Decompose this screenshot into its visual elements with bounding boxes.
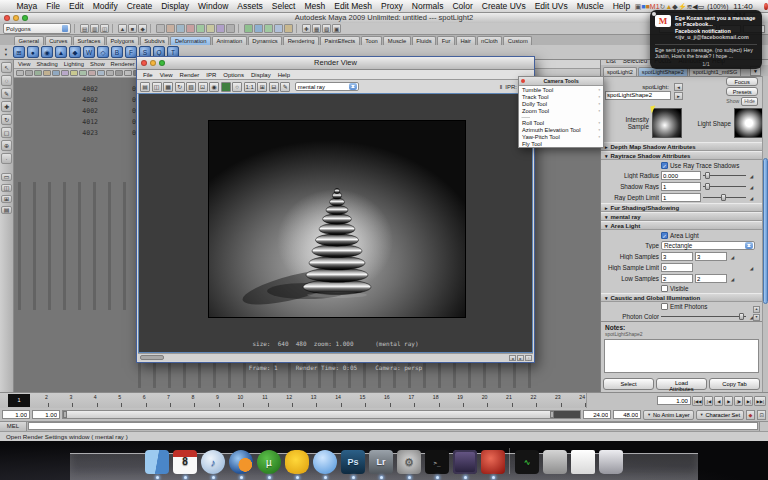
snap-to-curve-icon[interactable] xyxy=(254,24,263,33)
camera-tools-menu-item[interactable] xyxy=(521,115,530,118)
construction-history-icon[interactable]: ✚ xyxy=(302,24,311,33)
close-window-button[interactable] xyxy=(4,15,10,21)
shadow-rays-field[interactable] xyxy=(661,182,701,191)
edit-render-settings-icon[interactable]: ✎ xyxy=(280,82,290,92)
selection-mask-icon[interactable] xyxy=(156,24,165,33)
selection-mask-icon[interactable] xyxy=(186,24,195,33)
shadow-rays-slider[interactable] xyxy=(703,183,746,190)
selection-mask-icon[interactable] xyxy=(176,24,185,33)
viewport-toolbar-icon[interactable] xyxy=(43,70,51,76)
attribute-editor-scrollbar[interactable] xyxy=(762,76,768,392)
shelf-tab[interactable]: Dynamics xyxy=(248,36,282,45)
scroll-left-icon[interactable]: ◂ xyxy=(509,355,516,361)
cyberduck-dock-icon[interactable] xyxy=(285,450,309,474)
character-set-dropdown[interactable]: Character Set xyxy=(696,410,744,420)
section-depth-map-shadows[interactable]: Depth Map Shadow Attributes xyxy=(601,142,762,151)
menubar-item[interactable]: Normals xyxy=(407,1,448,11)
time-tick[interactable]: 22 xyxy=(513,393,537,408)
menubar-item[interactable]: Modify xyxy=(88,1,122,11)
softmod-icon[interactable]: ◉ xyxy=(41,46,53,58)
playback-button[interactable]: |◀◀ xyxy=(692,396,704,406)
range-start-handle[interactable] xyxy=(63,411,67,418)
viewport-toolbar-icon[interactable] xyxy=(16,70,24,76)
time-tick[interactable]: 7 xyxy=(147,393,171,408)
dock-separator[interactable] xyxy=(509,448,511,474)
render-view-canvas[interactable]: size: 640 480 zoom: 1.000 (mental ray) F… xyxy=(138,93,533,353)
camera-tools-menu-item[interactable]: Yaw-Pitch Tool▫ xyxy=(519,133,603,140)
playback-button[interactable]: |◀ xyxy=(704,396,713,406)
paint-select-tool-icon[interactable]: ✎ xyxy=(1,88,12,99)
viewport-toolbar-icon[interactable] xyxy=(115,70,123,76)
shelf-tab[interactable]: Fur xyxy=(437,36,455,45)
attribute-editor-button[interactable]: Load Attributes xyxy=(656,378,707,390)
playback-button[interactable]: ▶| xyxy=(744,396,753,406)
command-input[interactable] xyxy=(28,422,758,430)
shelf-tab[interactable]: Polygons xyxy=(106,36,139,45)
option-box-icon[interactable]: ▫ xyxy=(598,127,600,132)
map-button-icon[interactable] xyxy=(748,183,755,190)
gmail-unread-menu-icon[interactable]: M1 xyxy=(650,3,660,10)
viewport-toolbar-icon[interactable] xyxy=(106,70,114,76)
resize-grip-icon[interactable]: ⋮ xyxy=(525,355,532,361)
menubar-item[interactable]: Window xyxy=(194,1,233,11)
section-raytrace-shadows[interactable]: Raytrace Shadow Attributes xyxy=(601,151,762,160)
viewport-menu-item[interactable]: View xyxy=(18,61,30,67)
scrollbar-thumb[interactable] xyxy=(763,158,768,303)
minimize-window-button[interactable] xyxy=(13,15,19,21)
section-fur-shading[interactable]: Fur Shading/Shadowing xyxy=(601,203,762,212)
camera-tools-menu-item[interactable]: Azimuth Elevation Tool▫ xyxy=(519,126,603,133)
lattice-icon[interactable]: ⊞ xyxy=(13,46,25,58)
shelf-tab[interactable]: Animation xyxy=(212,36,247,45)
viewport-menu-item[interactable]: Shading xyxy=(36,61,57,67)
time-tick[interactable]: 21 xyxy=(488,393,512,408)
section-caustic-gi[interactable]: Caustic and Global Illumination xyxy=(601,293,762,302)
rgb-channels-icon[interactable] xyxy=(221,82,231,92)
camera-tools-menu-item[interactable]: Zoom Tool▫ xyxy=(519,107,603,114)
shelf-tab[interactable]: Muscle xyxy=(383,36,410,45)
viewport-menu-item[interactable]: Renderer xyxy=(111,61,135,67)
red-app-dock-icon[interactable] xyxy=(481,450,505,474)
option-box-icon[interactable]: ▫ xyxy=(598,108,600,113)
selection-mask-icon[interactable] xyxy=(196,24,205,33)
shelf-tab[interactable]: Surfaces xyxy=(73,36,105,45)
animation-start-field[interactable] xyxy=(2,410,30,419)
menubar-item[interactable]: Mesh xyxy=(300,1,330,11)
notifier-menu-icon[interactable] xyxy=(764,3,768,10)
viewport-toolbar-icon[interactable] xyxy=(61,70,69,76)
camera-tools-menu-item[interactable]: Tumble Tool▫ xyxy=(519,86,603,93)
textedit-dock-icon[interactable] xyxy=(571,450,595,474)
terminal-dock-icon[interactable]: >_ xyxy=(425,450,449,474)
shelf-tab[interactable]: Subdivs xyxy=(140,36,170,45)
ical-dock-icon[interactable]: 8 xyxy=(173,450,197,474)
command-language-toggle[interactable]: MEL xyxy=(0,422,27,431)
itunes-dock-icon[interactable]: ♪ xyxy=(201,450,225,474)
camera-tools-menu-item[interactable]: Roll Tool▫ xyxy=(519,119,603,126)
renderer-dropdown[interactable]: mental ray xyxy=(295,82,359,91)
option-box-icon[interactable]: ▫ xyxy=(598,120,600,125)
viewport-menu-item[interactable]: Lighting xyxy=(64,61,84,67)
range-slider-bar[interactable] xyxy=(62,410,581,419)
render-view-menu-item[interactable]: IPR xyxy=(206,72,216,78)
menubar-item[interactable]: File xyxy=(42,1,65,11)
time-tick[interactable]: 11 xyxy=(244,393,268,408)
node-history-icon[interactable]: ◄ xyxy=(674,83,683,91)
hide-button[interactable]: Hide xyxy=(741,97,758,106)
current-frame-marker[interactable]: 1 xyxy=(8,394,30,407)
menubar-item[interactable]: Proxy xyxy=(377,1,408,11)
attribute-editor-button[interactable]: Copy Tab xyxy=(709,378,760,390)
time-tick[interactable]: 15 xyxy=(342,393,366,408)
open-scene-icon[interactable]: ▥ xyxy=(90,24,99,33)
section-area-light[interactable]: Area Light xyxy=(601,221,762,230)
shelf-menu-arrows[interactable]: ▾▾ xyxy=(1,47,11,57)
snap-to-plane-icon[interactable] xyxy=(274,24,283,33)
menubar-item[interactable]: Display xyxy=(157,1,194,11)
map-button-icon[interactable] xyxy=(729,275,736,282)
time-tick[interactable]: 20 xyxy=(464,393,488,408)
render-view-titlebar[interactable]: Render View xyxy=(137,57,534,70)
time-tick[interactable]: 19 xyxy=(440,393,464,408)
shelf-tab[interactable]: Toon xyxy=(361,36,383,45)
map-button-icon[interactable] xyxy=(748,172,755,179)
playback-button[interactable]: ▶ xyxy=(724,396,733,406)
viewport-toolbar-icon[interactable] xyxy=(70,70,78,76)
camera-tools-menu-item[interactable]: Dolly Tool▫ xyxy=(519,100,603,107)
